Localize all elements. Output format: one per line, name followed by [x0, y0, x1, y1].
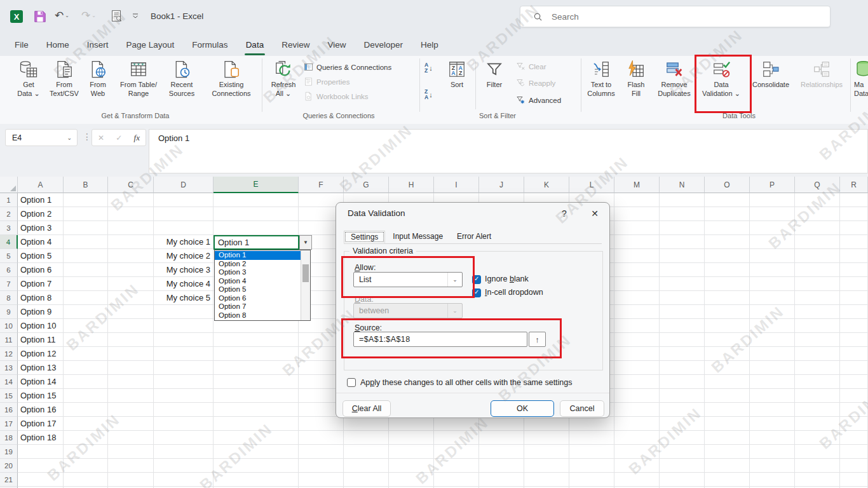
cell[interactable] — [614, 375, 660, 389]
dropdown-option[interactable]: Option 5 — [215, 285, 301, 294]
excel-logo-icon[interactable]: X — [9, 9, 24, 24]
cell[interactable] — [660, 277, 705, 291]
cell[interactable] — [795, 403, 840, 417]
cell[interactable] — [660, 305, 705, 319]
cell[interactable] — [108, 291, 154, 305]
cell[interactable] — [64, 305, 108, 319]
cell[interactable] — [840, 333, 868, 347]
apply-changes-checkbox[interactable] — [347, 378, 356, 387]
source-input[interactable]: =$A$1:$A$18 — [353, 332, 527, 347]
cell[interactable] — [614, 221, 660, 235]
cell[interactable] — [750, 403, 795, 417]
cell[interactable] — [795, 319, 840, 333]
cell[interactable] — [108, 221, 154, 235]
print-preview-icon[interactable] — [109, 9, 123, 23]
cell[interactable] — [840, 445, 868, 459]
cell[interactable] — [18, 459, 64, 473]
cell[interactable] — [154, 333, 214, 347]
cell[interactable] — [108, 263, 154, 277]
cell[interactable]: Option 15 — [18, 389, 64, 403]
column-header-O[interactable]: O — [705, 177, 750, 193]
cell[interactable] — [108, 473, 154, 487]
cell[interactable] — [795, 375, 840, 389]
cell[interactable]: My choice 4 — [154, 277, 214, 291]
cell[interactable] — [154, 361, 214, 375]
cell[interactable] — [705, 319, 750, 333]
cell[interactable]: Option 4 — [18, 235, 64, 249]
column-header-F[interactable]: F — [299, 177, 344, 193]
row-header-6[interactable]: 6 — [0, 263, 18, 277]
cell[interactable] — [154, 305, 214, 319]
column-header-C[interactable]: C — [108, 177, 154, 193]
cell[interactable] — [389, 473, 434, 487]
row-header-4[interactable]: 4 — [0, 235, 18, 249]
flash-fill-button[interactable]: Flash Fill — [621, 60, 651, 98]
cell[interactable] — [795, 361, 840, 375]
cell[interactable] — [64, 459, 108, 473]
cell[interactable] — [108, 333, 154, 347]
cell[interactable] — [389, 431, 434, 445]
search-input[interactable] — [550, 11, 743, 22]
column-header-K[interactable]: K — [524, 177, 569, 193]
cell[interactable] — [108, 319, 154, 333]
cell[interactable] — [840, 207, 868, 221]
cell[interactable] — [705, 235, 750, 249]
cell[interactable] — [750, 445, 795, 459]
cell[interactable] — [214, 431, 299, 445]
cell[interactable] — [750, 305, 795, 319]
cell[interactable] — [660, 249, 705, 263]
cell[interactable] — [705, 221, 750, 235]
cell[interactable] — [840, 319, 868, 333]
cell[interactable] — [705, 333, 750, 347]
cell[interactable] — [108, 249, 154, 263]
cell[interactable] — [840, 417, 868, 431]
cell[interactable] — [705, 459, 750, 473]
cell[interactable] — [569, 459, 614, 473]
scrollbar-thumb[interactable] — [302, 264, 309, 282]
cell[interactable]: Option 10 — [18, 319, 64, 333]
cell[interactable] — [479, 445, 524, 459]
dropdown-option[interactable]: Option 3 — [215, 268, 301, 277]
cell[interactable] — [750, 221, 795, 235]
column-header-J[interactable]: J — [479, 177, 524, 193]
cell[interactable] — [795, 193, 840, 207]
cell[interactable] — [795, 263, 840, 277]
cell[interactable] — [750, 319, 795, 333]
column-header-D[interactable]: D — [154, 177, 214, 193]
cell[interactable] — [154, 375, 214, 389]
cell[interactable] — [299, 417, 344, 431]
from-table-range-button[interactable]: From Table/ Range — [114, 60, 163, 98]
undo-button[interactable]: ↶ ⌄ — [55, 9, 69, 22]
cell[interactable] — [524, 445, 569, 459]
cell[interactable] — [389, 417, 434, 431]
cell[interactable] — [569, 473, 614, 487]
cell[interactable] — [524, 459, 569, 473]
row-header-18[interactable]: 18 — [0, 431, 18, 445]
dropdown-scrollbar[interactable] — [301, 250, 310, 320]
cell[interactable] — [154, 193, 214, 207]
cell[interactable] — [479, 473, 524, 487]
remove-duplicates-button[interactable]: Remove Duplicates — [652, 60, 696, 98]
cell[interactable] — [705, 361, 750, 375]
cell[interactable] — [795, 291, 840, 305]
cell[interactable] — [750, 333, 795, 347]
cell[interactable] — [64, 207, 108, 221]
cell[interactable] — [660, 291, 705, 305]
cell[interactable] — [795, 473, 840, 487]
cell[interactable] — [750, 235, 795, 249]
row-header-17[interactable]: 17 — [0, 417, 18, 431]
cell[interactable] — [750, 207, 795, 221]
cell[interactable] — [524, 417, 569, 431]
row-header-19[interactable]: 19 — [0, 445, 18, 459]
cell[interactable] — [344, 459, 389, 473]
text-to-columns-button[interactable]: Text to Columns — [585, 60, 618, 98]
filter-button[interactable]: Filter — [480, 60, 509, 90]
cell[interactable] — [214, 445, 299, 459]
cell[interactable] — [660, 193, 705, 207]
cell[interactable]: Option 5 — [18, 249, 64, 263]
cell[interactable] — [840, 277, 868, 291]
cell[interactable] — [154, 445, 214, 459]
tab-error-alert[interactable]: Error Alert — [451, 231, 498, 243]
cell[interactable] — [389, 459, 434, 473]
cell[interactable] — [614, 291, 660, 305]
